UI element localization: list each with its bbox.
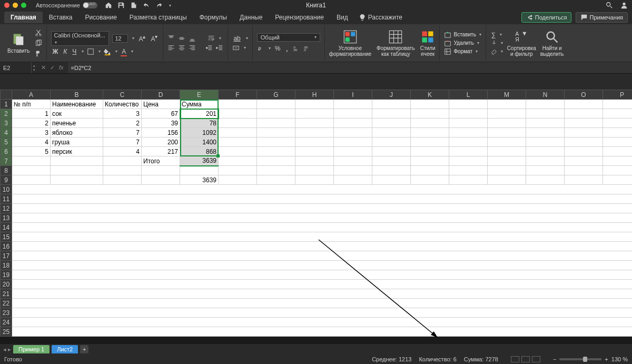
- export-icon[interactable]: [130, 2, 137, 9]
- row-header[interactable]: 3: [1, 119, 12, 128]
- col-header[interactable]: M: [488, 90, 526, 100]
- underline-button[interactable]: Ч: [71, 48, 77, 55]
- find-select-button[interactable]: Найти ивыделить: [540, 29, 564, 57]
- comma-icon[interactable]: ,: [284, 44, 289, 53]
- tab-home[interactable]: Главная: [4, 12, 43, 23]
- view-page-break-icon[interactable]: [532, 356, 540, 362]
- fill-handle[interactable]: [216, 154, 220, 158]
- row-header[interactable]: 5: [1, 137, 12, 147]
- col-header[interactable]: O: [565, 90, 603, 100]
- col-header[interactable]: A: [12, 90, 51, 100]
- tab-view[interactable]: Вид: [330, 12, 354, 23]
- col-header[interactable]: E: [180, 90, 219, 100]
- cell[interactable]: 39: [142, 119, 180, 128]
- cell[interactable]: 3: [103, 109, 142, 119]
- cell[interactable]: 200: [142, 137, 180, 147]
- row-header[interactable]: 9: [1, 175, 12, 185]
- cell[interactable]: 156: [142, 128, 180, 137]
- col-header[interactable]: H: [295, 90, 334, 100]
- save-icon[interactable]: [117, 2, 125, 9]
- currency-icon[interactable]: ₽: [257, 45, 264, 52]
- zoom-out-button[interactable]: −: [553, 356, 556, 362]
- tab-layout[interactable]: Разметка страницы: [123, 12, 193, 23]
- decrease-indent-icon[interactable]: [205, 44, 213, 52]
- share-button[interactable]: Поделиться: [521, 12, 572, 23]
- tab-formulas[interactable]: Формулы: [193, 12, 233, 23]
- cell[interactable]: 4: [12, 137, 51, 147]
- zoom-in-button[interactable]: +: [605, 356, 608, 362]
- select-all-corner[interactable]: [1, 90, 12, 100]
- cell-styles-button[interactable]: Стилиячеек: [420, 29, 436, 57]
- cell[interactable]: 1092: [180, 128, 219, 137]
- cell[interactable]: Сумма: [180, 100, 219, 109]
- col-header[interactable]: F: [219, 90, 257, 100]
- increase-indent-icon[interactable]: [216, 44, 223, 52]
- row-header[interactable]: 24: [1, 318, 12, 327]
- align-left-icon[interactable]: [167, 44, 175, 52]
- cell[interactable]: 3639: [180, 175, 219, 185]
- col-header[interactable]: J: [372, 90, 411, 100]
- accept-formula-icon[interactable]: ✓: [50, 64, 55, 71]
- percent-icon[interactable]: %: [274, 45, 282, 52]
- col-header[interactable]: G: [257, 90, 295, 100]
- qat-more-icon[interactable]: ▾: [169, 3, 171, 8]
- row-header[interactable]: 20: [1, 280, 12, 289]
- cell[interactable]: 4: [103, 147, 142, 156]
- italic-button[interactable]: К: [62, 48, 68, 55]
- borders-icon[interactable]: [87, 48, 94, 55]
- delete-cells-button[interactable]: Удалить ▾: [444, 40, 481, 47]
- cell[interactable]: груша: [51, 137, 103, 147]
- maximize-window-button[interactable]: [21, 3, 26, 8]
- cell[interactable]: яблоко: [51, 128, 103, 137]
- fx-label[interactable]: fx: [59, 64, 64, 71]
- sort-filter-button[interactable]: АЯ Сортировкаи фильтр: [507, 29, 536, 57]
- format-as-table-button[interactable]: Форматироватькак таблицу: [377, 29, 415, 57]
- cell[interactable]: 1: [12, 109, 51, 119]
- cell[interactable]: 217: [142, 147, 180, 156]
- align-bottom-icon[interactable]: [189, 35, 196, 42]
- row-header[interactable]: 10: [1, 185, 12, 194]
- tab-review[interactable]: Рецензирование: [269, 12, 330, 23]
- cell[interactable]: 7: [103, 128, 142, 137]
- cell[interactable]: Наименование: [51, 100, 103, 109]
- row-header[interactable]: 8: [1, 166, 12, 175]
- cell[interactable]: 67: [142, 109, 180, 119]
- cell[interactable]: 1400: [180, 137, 219, 147]
- conditional-formatting-button[interactable]: Условноеформатирование: [329, 29, 371, 57]
- col-header[interactable]: N: [526, 90, 565, 100]
- row-header[interactable]: 17: [1, 251, 12, 261]
- spreadsheet-grid[interactable]: A B C D E F G H I J K L M N O P 1 № п/п …: [0, 90, 632, 337]
- row-header[interactable]: 14: [1, 223, 12, 232]
- col-header[interactable]: K: [411, 90, 449, 100]
- merge-icon[interactable]: [232, 44, 240, 52]
- cancel-formula-icon[interactable]: ✕: [41, 64, 46, 71]
- decrease-font-icon[interactable]: A▾: [150, 34, 159, 43]
- row-header[interactable]: 11: [1, 194, 12, 204]
- tab-draw[interactable]: Рисование: [78, 12, 123, 23]
- row-header[interactable]: 2: [1, 109, 12, 119]
- row-header[interactable]: 25: [1, 327, 12, 337]
- row-header[interactable]: 18: [1, 261, 12, 270]
- row-header[interactable]: 19: [1, 270, 12, 280]
- cell[interactable]: № п/п: [12, 100, 51, 109]
- cell[interactable]: 78: [180, 119, 219, 128]
- cell[interactable]: 3: [12, 128, 51, 137]
- cell[interactable]: Количество: [103, 100, 142, 109]
- row-header[interactable]: 4: [1, 128, 12, 137]
- font-color-icon[interactable]: A: [121, 48, 127, 55]
- wrap-text-icon[interactable]: [208, 35, 215, 42]
- comments-button[interactable]: Примечания: [576, 12, 628, 23]
- sheet-tab[interactable]: Пример 1: [13, 345, 50, 353]
- align-right-icon[interactable]: [189, 44, 196, 52]
- row-header[interactable]: 23: [1, 308, 12, 318]
- cell[interactable]: 201: [180, 109, 219, 119]
- copy-icon[interactable]: [35, 40, 42, 47]
- align-top-icon[interactable]: [167, 35, 175, 42]
- col-header[interactable]: I: [334, 90, 372, 100]
- tell-me[interactable]: Расскажите: [359, 14, 402, 21]
- font-size-selector[interactable]: 12: [112, 34, 128, 43]
- col-header[interactable]: L: [449, 90, 488, 100]
- redo-icon[interactable]: [155, 2, 163, 9]
- cell[interactable]: печенье: [51, 119, 103, 128]
- search-icon[interactable]: [606, 2, 613, 9]
